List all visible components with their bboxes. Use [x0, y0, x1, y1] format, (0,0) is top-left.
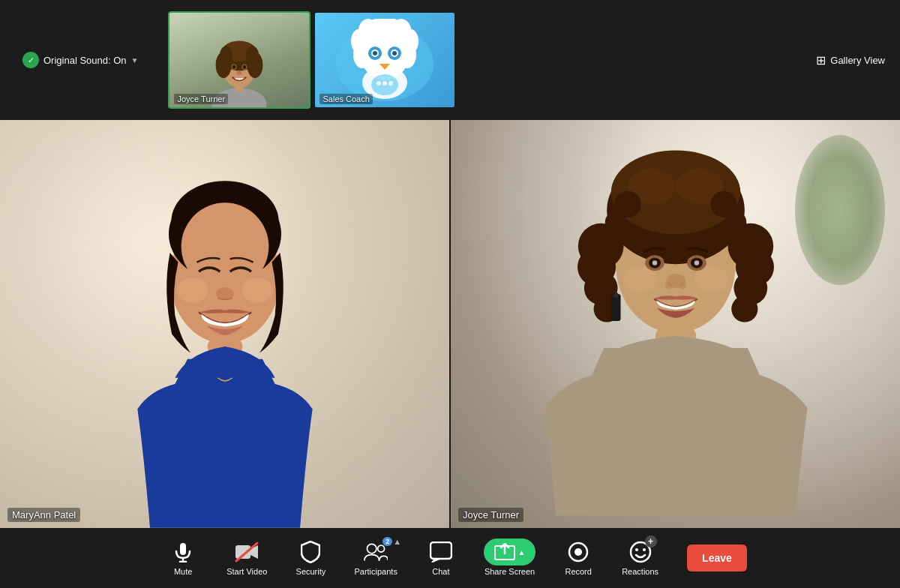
record-button[interactable]: Record: [548, 534, 608, 582]
share-screen-button[interactable]: ▲ Share Screen: [471, 534, 548, 582]
joyce-turner-thumbnail[interactable]: Joyce Turner: [168, 11, 310, 109]
svg-point-31: [392, 51, 397, 56]
sales-coach-thumbnail[interactable]: Sales Coach: [314, 11, 456, 109]
joyce-name-label: Joyce Turner: [458, 508, 524, 522]
gallery-view-label: Gallery View: [830, 55, 885, 66]
sales-coach-thumb-label: Sales Coach: [320, 94, 372, 104]
svg-rect-73: [610, 294, 620, 321]
start-video-button[interactable]: Start Video: [213, 534, 280, 582]
shield-icon: ✓: [22, 52, 39, 68]
svg-point-14: [243, 64, 246, 68]
svg-point-88: [643, 548, 646, 551]
chat-icon: [429, 540, 453, 564]
gallery-icon: ⊞: [816, 53, 826, 68]
joyce-turner-thumb-label: Joyce Turner: [174, 94, 228, 104]
video-icon: [235, 540, 259, 564]
svg-point-60: [604, 212, 626, 233]
original-sound-button[interactable]: ✓ Original Sound: On ▼: [15, 47, 146, 73]
svg-point-43: [216, 287, 233, 300]
svg-point-72: [679, 282, 686, 290]
microphone-icon: [171, 540, 195, 564]
maryann-patel-pane: MaryAnn Patel: [0, 120, 451, 528]
svg-point-69: [694, 260, 698, 265]
maryann-figure: [68, 140, 382, 528]
svg-point-33: [376, 81, 381, 86]
svg-rect-75: [180, 543, 186, 555]
joyce-figure: [496, 120, 855, 528]
svg-point-71: [664, 282, 672, 290]
participants-caret: ▲: [393, 537, 401, 546]
security-label: Security: [296, 567, 326, 576]
svg-point-81: [378, 545, 385, 552]
svg-point-42: [242, 278, 273, 303]
svg-point-41: [176, 278, 208, 303]
svg-point-13: [232, 64, 236, 68]
maryann-name-label: MaryAnn Patel: [8, 508, 80, 522]
record-icon: [566, 540, 590, 564]
reactions-plus-icon: +: [645, 536, 657, 548]
video-label: Start Video: [226, 567, 267, 576]
gallery-view-button[interactable]: ⊞ Gallery View: [816, 53, 885, 68]
participants-label: Participants: [354, 567, 397, 576]
svg-point-8: [246, 46, 259, 64]
main-video-area: MaryAnn Patel: [0, 120, 900, 528]
dropdown-arrow: ▼: [131, 56, 139, 64]
svg-point-40: [181, 203, 268, 291]
share-screen-icon: ▲: [498, 540, 522, 564]
chat-label: Chat: [432, 567, 449, 576]
svg-point-30: [373, 51, 377, 56]
svg-point-54: [731, 296, 758, 322]
share-screen-label: Share Screen: [484, 567, 535, 576]
participants-icon: 2 ▲: [364, 540, 388, 564]
svg-rect-82: [430, 542, 452, 559]
svg-point-10: [254, 64, 262, 74]
joyce-turner-pane: Joyce Turner: [451, 120, 900, 528]
security-shield-icon: [298, 540, 322, 564]
original-sound-label: Original Sound: On: [44, 55, 127, 66]
thumbnails-row: Joyce Turner: [168, 11, 456, 109]
reactions-button[interactable]: + Reactions: [608, 534, 672, 582]
sales-coach-figure: [332, 19, 437, 101]
reactions-label: Reactions: [622, 567, 658, 576]
svg-point-68: [652, 260, 656, 265]
mute-button[interactable]: Mute: [153, 534, 213, 582]
record-label: Record: [565, 567, 591, 576]
share-screen-caret: ▲: [518, 548, 526, 556]
leave-label: Leave: [702, 552, 732, 564]
svg-point-7: [220, 46, 232, 64]
svg-point-9: [217, 64, 226, 74]
svg-point-34: [382, 81, 387, 86]
chat-button[interactable]: Chat: [411, 534, 471, 582]
svg-point-80: [368, 544, 376, 553]
participants-button[interactable]: 2 ▲ Participants: [340, 534, 410, 582]
mute-label: Mute: [174, 567, 192, 576]
participants-count: 2: [382, 537, 392, 546]
svg-point-35: [388, 81, 393, 86]
svg-point-87: [635, 548, 638, 551]
security-button[interactable]: Security: [280, 534, 340, 582]
svg-point-15: [237, 70, 242, 74]
leave-button[interactable]: Leave: [687, 544, 747, 572]
svg-point-85: [574, 548, 582, 556]
reactions-icon: +: [628, 540, 652, 564]
svg-rect-74: [613, 292, 617, 297]
toolbar: Mute Start Video Security: [0, 528, 900, 588]
svg-point-61: [724, 212, 746, 233]
top-bar: ✓ Original Sound: On ▼: [0, 0, 900, 120]
